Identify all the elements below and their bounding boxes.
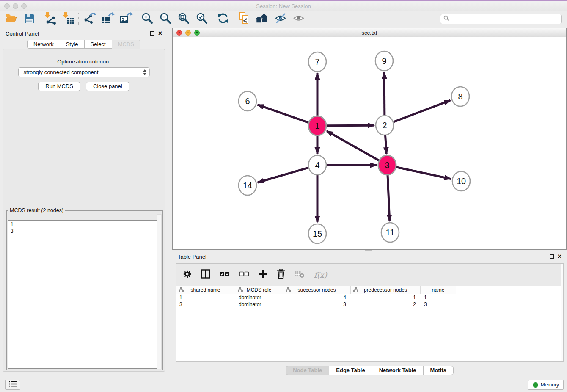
table-cell[interactable]: 4 — [283, 294, 351, 301]
tab-edge-table[interactable]: Edge Table — [329, 366, 372, 375]
edge-1-6[interactable] — [258, 105, 308, 122]
network-close-button[interactable]: × — [176, 30, 182, 36]
edge-3-10[interactable] — [396, 167, 451, 179]
search-input[interactable] — [451, 16, 559, 22]
zoom-out-button[interactable] — [156, 12, 174, 26]
export-table-button[interactable] — [99, 12, 117, 26]
export-image-button[interactable] — [117, 12, 135, 26]
zoom-in-button[interactable] — [138, 12, 156, 26]
export-image-icon — [119, 12, 133, 26]
table-toolbar: f(x) — [176, 264, 563, 286]
tab-network[interactable]: Network — [27, 40, 60, 49]
export-table-icon — [101, 12, 115, 26]
trash-icon — [277, 273, 285, 280]
unselect-all-columns-button[interactable] — [239, 270, 249, 279]
column-header-name[interactable]: name — [421, 286, 456, 294]
table-cell[interactable]: 1 — [351, 294, 421, 301]
edge-2-9[interactable] — [384, 72, 385, 115]
save-session-button[interactable] — [20, 12, 38, 26]
network-window-titlebar[interactable]: scc.txt × − + — [173, 28, 566, 37]
import-table-button[interactable] — [59, 12, 77, 26]
tab-node-table[interactable]: Node Table — [286, 366, 329, 375]
control-panel: Control Panel × NetworkStyleSelectMCDS O… — [0, 27, 168, 377]
close-panel-icon[interactable]: × — [158, 31, 162, 36]
dropdown-stepper-icon — [143, 69, 146, 75]
table-cell[interactable]: 2 — [351, 301, 421, 308]
tab-motifs[interactable]: Motifs — [423, 366, 454, 375]
first-neighbors-button[interactable] — [253, 12, 271, 26]
close-panel-button[interactable]: Close panel — [86, 82, 129, 91]
column-header-MCDS-role[interactable]: MCDS role — [235, 286, 283, 294]
zoom-fit-button[interactable] — [174, 12, 193, 26]
tab-style[interactable]: Style — [60, 40, 85, 49]
duplicate-network-button[interactable] — [235, 12, 253, 26]
table-cell[interactable]: 1 — [176, 294, 235, 301]
task-manager-button[interactable] — [5, 380, 20, 390]
table-panel-title: Table Panel — [178, 254, 206, 260]
open-folder-icon — [5, 13, 17, 25]
table-cell[interactable]: 3 — [176, 301, 235, 308]
open-session-button[interactable] — [2, 12, 20, 26]
edge-4-14[interactable] — [258, 168, 308, 182]
select-all-icon — [220, 272, 230, 279]
zoom-selected-button[interactable] — [193, 12, 211, 26]
edge-1-2[interactable] — [327, 125, 374, 126]
unselect-all-icon — [239, 272, 249, 279]
table-header-row: shared nameMCDS rolesuccessor nodesprede… — [176, 286, 563, 294]
columns-icon — [201, 273, 210, 280]
result-scrollbar[interactable] — [157, 214, 162, 369]
network-minimize-button[interactable]: − — [185, 30, 191, 36]
duplicate-network-icon — [238, 12, 250, 26]
select-all-columns-button[interactable] — [220, 270, 230, 279]
float-table-panel-icon[interactable] — [550, 254, 554, 259]
memory-button[interactable]: Memory — [528, 380, 564, 390]
control-panel-tabs: NetworkStyleSelectMCDS — [0, 40, 168, 49]
tab-mcds[interactable]: MCDS — [112, 40, 140, 49]
column-header-predecessor-nodes[interactable]: predecessor nodes — [351, 286, 421, 294]
close-table-panel-icon[interactable]: × — [558, 254, 561, 259]
edge-2-8[interactable] — [394, 100, 451, 122]
show-all-button — [289, 12, 308, 26]
create-column-button[interactable] — [259, 270, 267, 280]
control-panel-title: Control Panel — [6, 30, 39, 37]
edge-3-11[interactable] — [388, 175, 390, 221]
edge-2-3[interactable] — [385, 135, 387, 154]
network-canvas[interactable]: 7968124314101511 — [173, 38, 566, 249]
column-header-successor-nodes[interactable]: successor nodes — [283, 286, 351, 294]
delete-columns-button[interactable] — [277, 269, 285, 281]
table-row[interactable]: 1dominator411 — [176, 294, 563, 301]
export-network-button[interactable] — [80, 12, 99, 26]
table-row[interactable]: 3dominator323 — [176, 301, 563, 308]
mcds-result-text[interactable]: 1 3 — [8, 220, 161, 369]
node-table-container: f(x) shared nameMCDS rolesuccessor nodes… — [176, 263, 564, 362]
vertical-splitter[interactable] — [168, 27, 172, 377]
float-panel-icon[interactable] — [150, 31, 154, 36]
table-settings-button[interactable] — [183, 270, 192, 280]
show-columns-button[interactable] — [201, 269, 210, 280]
refresh-layout-button[interactable] — [214, 12, 232, 26]
criterion-dropdown[interactable]: strongly connected component — [18, 67, 150, 77]
network-zoom-button[interactable]: + — [194, 30, 200, 36]
node-table: shared nameMCDS rolesuccessor nodesprede… — [176, 286, 563, 308]
memory-status-icon — [533, 382, 538, 388]
toolbar-separator — [78, 13, 80, 25]
table-cell[interactable]: dominator — [235, 301, 283, 308]
eye-icon — [293, 12, 305, 26]
hide-selected-button[interactable] — [271, 12, 289, 26]
table-cell[interactable]: 3 — [421, 301, 456, 308]
tab-select[interactable]: Select — [84, 40, 112, 49]
import-network-button[interactable] — [41, 12, 59, 26]
export-network-icon — [83, 12, 96, 26]
edge-3-1[interactable] — [327, 131, 379, 160]
table-cell[interactable]: 3 — [283, 301, 351, 308]
search-field[interactable] — [440, 14, 562, 24]
table-cell[interactable]: 1 — [421, 294, 456, 301]
graph-node-label-8: 8 — [458, 92, 462, 101]
table-scrollbar[interactable] — [561, 264, 563, 361]
table-cell[interactable]: dominator — [235, 294, 283, 301]
graph-node-label-7: 7 — [315, 57, 319, 66]
run-mcds-button[interactable]: Run MCDS — [38, 82, 80, 91]
tab-network-table[interactable]: Network Table — [372, 366, 424, 375]
column-header-shared-name[interactable]: shared name — [176, 286, 235, 294]
graph-node-label-9: 9 — [382, 56, 386, 66]
